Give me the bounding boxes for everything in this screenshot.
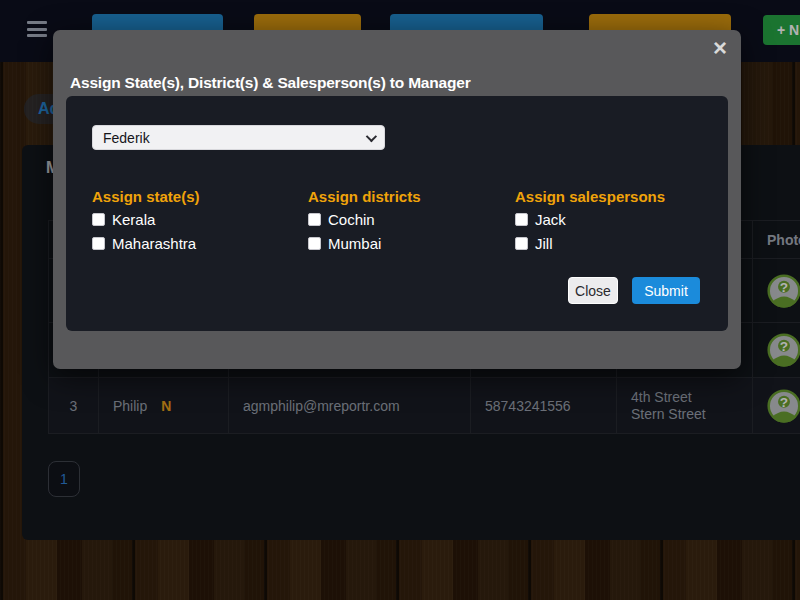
manager-select-value: Federik [103,130,150,146]
checkbox-label: Jill [535,235,553,252]
checkbox-box[interactable] [92,237,105,250]
checkbox-label: Jack [535,211,566,228]
assign-modal: Assign State(s), District(s) & Salespers… [53,30,741,369]
assign-salespersons-heading: Assign salespersons [515,188,665,205]
checkbox-label: Cochin [328,211,375,228]
checkbox-box[interactable] [308,237,321,250]
assign-districts-heading: Assign districts [308,188,421,205]
checkbox-maharashtra[interactable]: Maharashtra [92,235,196,252]
checkbox-cochin[interactable]: Cochin [308,211,375,228]
close-button[interactable]: Close [568,277,618,304]
checkbox-jill[interactable]: Jill [515,235,553,252]
checkbox-kerala[interactable]: Kerala [92,211,155,228]
assign-states-heading: Assign state(s) [92,188,200,205]
checkbox-box[interactable] [515,213,528,226]
modal-body-panel: Federik Assign state(s) Assign districts… [66,96,728,331]
checkbox-box[interactable] [92,213,105,226]
submit-button[interactable]: Submit [632,277,700,304]
checkbox-label: Maharashtra [112,235,196,252]
checkbox-box[interactable] [515,237,528,250]
close-icon[interactable]: × [709,32,731,64]
modal-title: Assign State(s), District(s) & Salespers… [70,74,471,92]
manager-select[interactable]: Federik [92,125,385,150]
checkbox-label: Kerala [112,211,155,228]
checkbox-box[interactable] [308,213,321,226]
chevron-down-icon [366,130,377,141]
checkbox-mumbai[interactable]: Mumbai [308,235,381,252]
checkbox-jack[interactable]: Jack [515,211,566,228]
checkbox-label: Mumbai [328,235,381,252]
